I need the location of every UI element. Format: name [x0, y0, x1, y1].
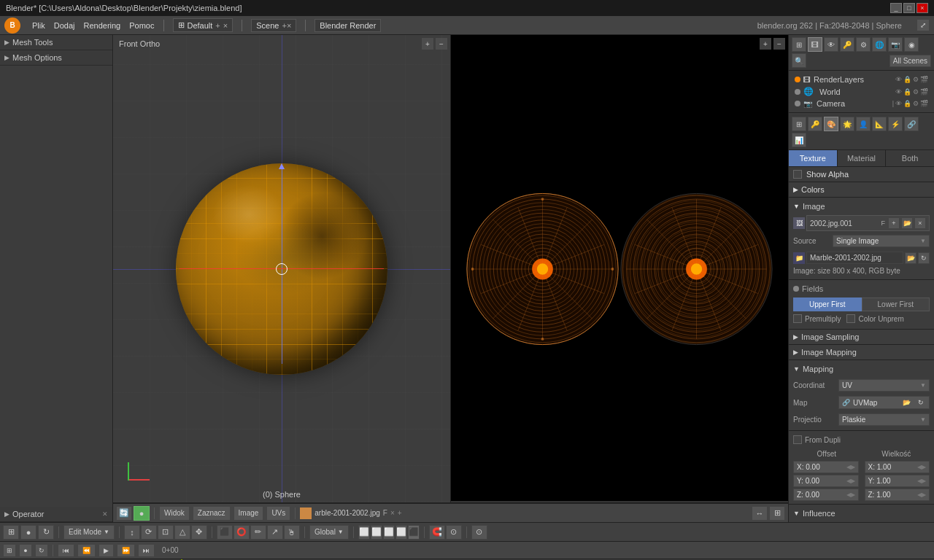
- world-vis-2[interactable]: 🔒: [903, 88, 911, 96]
- premultiply-checkbox[interactable]: [793, 314, 802, 323]
- x-offset-field[interactable]: X: 0.00 ◀▶: [793, 461, 859, 473]
- maximize-btn[interactable]: □: [903, 3, 915, 13]
- image-mapping-header[interactable]: ▶ Image Mapping: [789, 345, 934, 359]
- uv-tool-2[interactable]: ⊞: [769, 506, 785, 521]
- 3d-viewport[interactable]: Front Ortho + −: [113, 35, 451, 502]
- tl-btn-4[interactable]: ⏩: [117, 544, 135, 557]
- camera-vis-5[interactable]: 🎬: [920, 100, 928, 107]
- operator-header[interactable]: ▶ Operator ✕: [0, 507, 112, 521]
- scene-tree-camera[interactable]: 📷 Camera | 👁 🔒 ⚙ 🎬: [792, 98, 931, 109]
- camera-vis-4[interactable]: ⚙: [913, 100, 919, 107]
- tb-transform-2[interactable]: ⟳: [141, 525, 157, 540]
- prop2-icon-1[interactable]: ⊞: [792, 117, 806, 131]
- tb-layer-1[interactable]: ⬜: [358, 525, 370, 540]
- tb-tool-1[interactable]: ⬛: [217, 525, 233, 540]
- upper-first-btn[interactable]: Upper First: [793, 298, 862, 311]
- world-vis-1[interactable]: 👁: [895, 88, 902, 96]
- tab-material[interactable]: Material: [838, 150, 887, 166]
- prop2-icon-4[interactable]: 🌟: [840, 117, 854, 131]
- projectio-dropdown[interactable]: Plaskie ▼: [838, 413, 930, 426]
- tb-shade-1[interactable]: ⊙: [471, 525, 487, 540]
- uv-tool-1[interactable]: ↔: [752, 506, 768, 521]
- tb-layer-4[interactable]: ⬜: [395, 525, 407, 540]
- uv-shrink-btn[interactable]: −: [773, 38, 785, 50]
- add-menu[interactable]: Dodaj: [54, 21, 75, 30]
- help-menu[interactable]: Pomoc: [129, 21, 154, 30]
- scene-close[interactable]: ×: [287, 21, 291, 30]
- tb-layer-5[interactable]: ⬛: [408, 525, 420, 540]
- prop-icon-3[interactable]: 👁: [824, 37, 838, 52]
- prop2-icon-6[interactable]: 📐: [872, 117, 887, 131]
- color-unprem-checkbox[interactable]: [846, 314, 855, 323]
- camera-vis-1[interactable]: |: [892, 100, 894, 107]
- camera-vis-2[interactable]: 👁: [895, 100, 902, 107]
- prop2-icon-8[interactable]: 🔗: [904, 117, 919, 131]
- prop-icon-1[interactable]: ⊞: [792, 37, 806, 52]
- prop-icon-4[interactable]: 🔑: [840, 37, 854, 52]
- image-open-btn[interactable]: 📂: [901, 217, 913, 229]
- image-close-btn[interactable]: ×: [914, 217, 926, 229]
- tl-icon-3[interactable]: ↻: [35, 544, 48, 557]
- tb-transform-1[interactable]: ↕: [124, 525, 140, 540]
- uv-widok-btn[interactable]: Widok: [159, 506, 190, 521]
- tb-snap-2[interactable]: ⊙: [446, 525, 462, 540]
- camera-vis-3[interactable]: 🔒: [903, 100, 911, 107]
- tb-transform-4[interactable]: △: [174, 525, 190, 540]
- renderlayers-vis-2[interactable]: 🔒: [903, 76, 911, 83]
- tl-btn-1[interactable]: ⏮: [58, 544, 74, 557]
- tl-btn-5[interactable]: ⏭: [138, 544, 155, 557]
- tb-snap-1[interactable]: 🧲: [429, 525, 445, 540]
- prop-icon-scenes[interactable]: All Scenes: [889, 55, 931, 67]
- image-sampling-header[interactable]: ▶ Image Sampling: [789, 330, 934, 344]
- world-vis-3[interactable]: ⚙: [913, 88, 919, 96]
- tb-icon-1[interactable]: ⊞: [3, 525, 19, 540]
- y-scale-field[interactable]: Y: 1.00 ◀▶: [865, 475, 930, 487]
- file-menu[interactable]: Plik: [32, 21, 45, 30]
- mesh-tools-header[interactable]: ▶ Mesh Tools: [0, 35, 112, 50]
- prop2-icon-3[interactable]: 🎨: [824, 117, 838, 131]
- prop-icon-6[interactable]: 🌐: [872, 37, 887, 52]
- scene-tree-render-layers[interactable]: 🎞 RenderLayers 👁 🔒 ⚙ 🎬: [792, 74, 931, 85]
- tb-tool-5[interactable]: 🖱: [284, 525, 300, 540]
- viewport-expand-btn[interactable]: +: [422, 38, 433, 50]
- tb-layer-2[interactable]: ⬜: [371, 525, 382, 540]
- y-offset-field[interactable]: Y: 0.00 ◀▶: [793, 475, 859, 487]
- z-offset-field[interactable]: Z: 0.00 ◀▶: [793, 489, 859, 501]
- rendering-menu[interactable]: Rendering: [83, 21, 120, 30]
- renderlayers-vis-4[interactable]: 🎬: [920, 76, 928, 83]
- uv-expand-btn[interactable]: +: [760, 38, 771, 50]
- image-prev-btn[interactable]: +: [888, 217, 900, 229]
- tl-icon-1[interactable]: ⊞: [3, 544, 16, 557]
- prop-icon-7[interactable]: 📷: [888, 37, 903, 52]
- tl-btn-3[interactable]: ▶: [99, 544, 114, 557]
- viewport-shrink-btn[interactable]: −: [436, 38, 447, 50]
- prop2-icon-9[interactable]: 📊: [792, 133, 806, 147]
- uv-image-btn[interactable]: Image: [234, 506, 264, 521]
- uv-icon-2[interactable]: ●: [134, 506, 150, 521]
- renderlayers-vis-1[interactable]: 👁: [895, 76, 902, 83]
- tb-layer-3[interactable]: ⬜: [383, 525, 395, 540]
- tab-both[interactable]: Both: [886, 150, 934, 166]
- tl-btn-2[interactable]: ⏪: [77, 544, 96, 557]
- uv-file-new[interactable]: +: [398, 509, 402, 517]
- tb-icon-3[interactable]: ↻: [38, 525, 54, 540]
- tb-tool-4[interactable]: ↗: [267, 525, 283, 540]
- uv-uvs-btn[interactable]: UVs: [266, 506, 290, 521]
- map-browse-btn[interactable]: 📂: [900, 398, 913, 407]
- source-dropdown[interactable]: Single Image ▼: [833, 235, 930, 247]
- world-vis-4[interactable]: 🎬: [920, 88, 928, 96]
- x-scale-field[interactable]: X: 1.00 ◀▶: [865, 461, 930, 473]
- prop-icon-8[interactable]: ◉: [904, 37, 919, 52]
- filename-reload-btn[interactable]: ↻: [918, 252, 930, 264]
- prop2-icon-7[interactable]: ⚡: [888, 117, 903, 131]
- layout-add[interactable]: +: [215, 21, 220, 30]
- engine-selector[interactable]: Blender Render: [314, 19, 381, 32]
- lower-first-btn[interactable]: Lower First: [862, 298, 930, 311]
- uv-viewport[interactable]: + −: [451, 35, 788, 502]
- tl-icon-2[interactable]: ●: [19, 544, 32, 557]
- from-dupli-checkbox[interactable]: [793, 435, 802, 444]
- global-selector[interactable]: Global ▼: [309, 525, 349, 540]
- mesh-options-header[interactable]: ▶ Mesh Options: [0, 50, 112, 65]
- scene-selector[interactable]: Scene + ×: [251, 19, 296, 32]
- tb-icon-2[interactable]: ●: [20, 525, 36, 540]
